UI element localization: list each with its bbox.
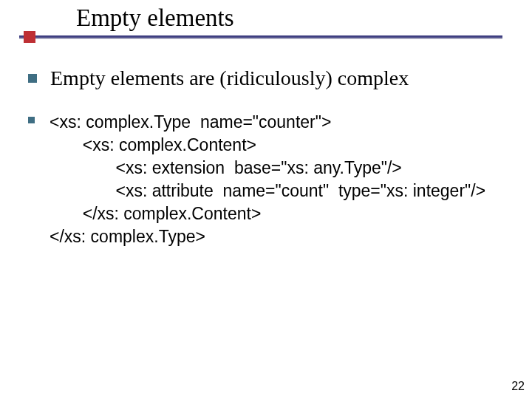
code-line: <xs: attribute name="count" type="xs: in… — [50, 180, 485, 202]
square-bullet-icon — [28, 74, 37, 83]
title-underline-shadow — [19, 38, 502, 39]
slide-title: Empty elements — [76, 4, 532, 32]
code-line: <xs: complex.Content> — [50, 134, 485, 157]
code-line: <xs: extension base="xs: any.Type"/> — [50, 157, 485, 180]
code-line: <xs: complex.Type name="counter"> — [50, 111, 485, 134]
square-bullet-icon — [28, 117, 35, 123]
slide-title-area: Empty elements — [0, 0, 532, 47]
bullet-item: Empty elements are (ridiculously) comple… — [28, 66, 504, 90]
code-line: </xs: complex.Type> — [50, 225, 485, 248]
code-bullet-item: <xs: complex.Type name="counter"> <xs: c… — [28, 111, 504, 248]
page-number: 22 — [511, 380, 525, 393]
title-accent-square — [24, 31, 35, 43]
bullet-text: Empty elements are (ridiculously) comple… — [50, 66, 409, 90]
slide-body: Empty elements are (ridiculously) comple… — [0, 47, 532, 248]
code-block: <xs: complex.Type name="counter"> <xs: c… — [50, 111, 485, 248]
code-line: </xs: complex.Content> — [50, 202, 485, 225]
